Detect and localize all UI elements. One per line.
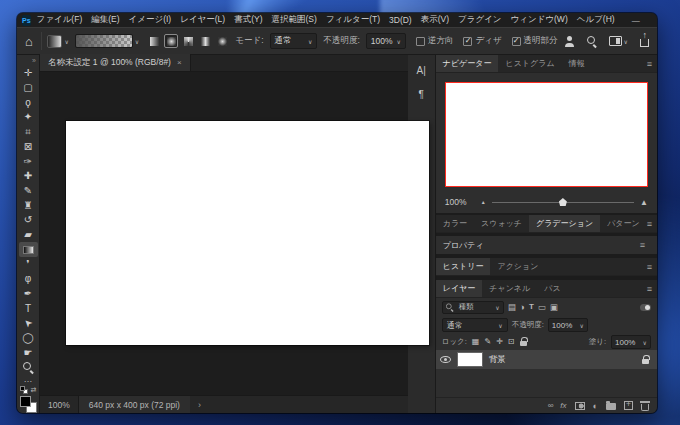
layer-style-fx-icon[interactable]: fx — [560, 401, 566, 410]
document-tab[interactable]: 名称未設定 1 @ 100% (RGB/8#) × — [40, 54, 191, 71]
share-button[interactable] — [640, 35, 649, 47]
minimize-button[interactable]: — — [624, 13, 648, 27]
lock-image-pixels-icon[interactable]: ✎ — [484, 338, 491, 346]
reflected-gradient-button[interactable] — [198, 34, 212, 48]
clone-stamp-tool[interactable]: ♜ — [19, 198, 38, 213]
menu-layer[interactable]: レイヤー(L) — [180, 14, 225, 26]
pen-tool[interactable]: ✒ — [19, 287, 38, 302]
document-canvas[interactable] — [66, 121, 429, 345]
tab-info[interactable]: 情報 — [562, 55, 592, 72]
layers-opacity-dropdown[interactable]: 100% ∨ — [548, 318, 588, 332]
navigator-zoom-value[interactable]: 100% — [445, 197, 475, 207]
new-layer-icon[interactable] — [624, 401, 633, 410]
diamond-gradient-button[interactable] — [215, 34, 229, 48]
tool-preset-picker[interactable]: ∨ — [47, 35, 68, 48]
lock-all-icon[interactable] — [520, 341, 527, 346]
gradient-picker[interactable]: ∨ — [75, 34, 139, 48]
frame-tool[interactable]: ⊠ — [19, 140, 38, 155]
swap-colors-icon[interactable]: ⇄ — [31, 386, 37, 394]
brush-tool[interactable]: ✎ — [19, 184, 38, 199]
menu-select[interactable]: 選択範囲(S) — [272, 14, 317, 26]
blur-tool[interactable]: ❜ — [19, 257, 38, 272]
filter-adjustment-layers-icon[interactable]: ◑ — [520, 303, 525, 312]
menu-3d[interactable]: 3D(D) — [389, 15, 412, 25]
gradient-tool[interactable] — [19, 242, 38, 257]
paragraph-panel-icon[interactable]: ¶ — [410, 84, 432, 104]
transparency-checkbox-group[interactable]: ✓ 透明部分 — [512, 35, 558, 47]
lock-position-icon[interactable]: ✛ — [496, 338, 503, 346]
tab-channels[interactable]: チャンネル — [482, 280, 537, 297]
status-zoom-field[interactable]: 100% — [40, 396, 79, 413]
panel-menu-icon[interactable]: ≡ — [640, 240, 650, 250]
blend-mode-dropdown[interactable]: 通常 ∨ — [442, 318, 508, 332]
navigator-preview[interactable] — [445, 82, 648, 187]
crop-tool[interactable]: ⌗ — [19, 125, 38, 140]
account-icon[interactable] — [564, 36, 575, 47]
dither-checkbox[interactable]: ✓ — [463, 37, 472, 46]
reverse-checkbox-group[interactable]: 逆方向 — [416, 35, 454, 47]
panel-menu-icon[interactable]: ≡ — [647, 280, 657, 297]
hand-tool[interactable]: ☛ — [19, 345, 38, 360]
fill-dropdown[interactable]: 100% ∨ — [611, 335, 651, 349]
panel-menu-icon[interactable]: ≡ — [647, 258, 657, 275]
tab-gradients[interactable]: グラデーション — [529, 215, 600, 232]
tab-color[interactable]: カラー — [436, 215, 474, 232]
tab-paths[interactable]: パス — [537, 280, 567, 297]
marquee-tool[interactable]: ▢ — [19, 81, 38, 96]
default-colors-icon[interactable] — [20, 386, 28, 394]
filter-smart-objects-icon[interactable]: ▣ — [550, 303, 558, 312]
zoom-out-icon[interactable]: ▲ — [481, 199, 486, 205]
menu-filter[interactable]: フィルター(T) — [326, 14, 380, 26]
filter-type-layers-icon[interactable]: T — [529, 303, 534, 311]
layer-row-background[interactable]: 背景 — [436, 350, 657, 369]
layer-visibility-eye-icon[interactable] — [440, 356, 451, 363]
delete-layer-trash-icon[interactable] — [641, 404, 649, 411]
opacity-dropdown[interactable]: 100% ∨ — [366, 33, 406, 49]
menu-help[interactable]: ヘルプ(H) — [577, 14, 615, 26]
menu-plugins[interactable]: プラグイン — [458, 14, 502, 26]
menu-window[interactable]: ウィンドウ(W) — [511, 14, 568, 26]
eyedropper-tool[interactable]: ✑ — [19, 154, 38, 169]
workspace-switcher[interactable]: ∨ — [609, 36, 628, 46]
navigator-zoom-slider[interactable] — [492, 197, 634, 207]
zoom-tool[interactable] — [19, 360, 38, 375]
tab-history[interactable]: ヒストリー — [436, 258, 491, 275]
menu-view[interactable]: 表示(V) — [421, 14, 449, 26]
canvas-area[interactable] — [40, 72, 408, 395]
shape-tool[interactable]: ◯ — [19, 331, 38, 346]
mode-dropdown[interactable]: 通常 ∨ — [270, 33, 318, 49]
tab-histogram[interactable]: ヒストグラム — [498, 55, 561, 72]
move-tool[interactable]: ✛ — [19, 66, 38, 81]
radial-gradient-button[interactable] — [164, 34, 178, 48]
zoom-in-icon[interactable]: ▲ — [640, 198, 648, 207]
lasso-tool[interactable]: ϙ — [19, 95, 38, 110]
path-selection-tool[interactable]: ➤ — [19, 316, 38, 331]
lock-transparent-pixels-icon[interactable]: ▦ — [472, 338, 480, 346]
slider-thumb[interactable] — [559, 198, 567, 206]
panel-menu-icon[interactable]: ≡ — [647, 215, 657, 232]
transparency-checkbox[interactable]: ✓ — [512, 37, 521, 46]
foreground-background-swatches[interactable] — [20, 396, 37, 413]
new-group-folder-icon[interactable] — [606, 403, 616, 410]
tab-patterns[interactable]: パターン — [600, 215, 647, 232]
menu-file[interactable]: ファイル(F) — [37, 14, 83, 26]
character-panel-icon[interactable]: A| — [410, 60, 432, 80]
object-selection-tool[interactable]: ✦ — [19, 110, 38, 125]
dither-checkbox-group[interactable]: ✓ ディザ — [463, 35, 501, 47]
tab-actions[interactable]: アクション — [490, 258, 545, 275]
filter-shape-layers-icon[interactable]: ▭ — [538, 303, 546, 312]
maximize-button[interactable]: □ — [648, 13, 657, 27]
eraser-tool[interactable]: ▰ — [19, 228, 38, 243]
menu-image[interactable]: イメージ(I) — [129, 14, 172, 26]
layer-filter-toggle[interactable] — [640, 304, 651, 311]
tab-navigator[interactable]: ナビゲーター — [436, 55, 499, 72]
edit-toolbar-icon[interactable]: … — [24, 375, 33, 385]
properties-header[interactable]: プロパティ ≡ — [436, 236, 657, 254]
filter-pixel-layers-icon[interactable]: ▤ — [508, 303, 516, 312]
foreground-color-swatch[interactable] — [20, 396, 31, 407]
lock-artboard-icon[interactable]: ⊡ — [508, 338, 515, 346]
type-tool[interactable]: T — [19, 301, 38, 316]
menu-edit[interactable]: 編集(E) — [91, 14, 119, 26]
add-layer-mask-icon[interactable] — [575, 402, 585, 410]
link-layers-icon[interactable]: ∞ — [548, 401, 553, 410]
